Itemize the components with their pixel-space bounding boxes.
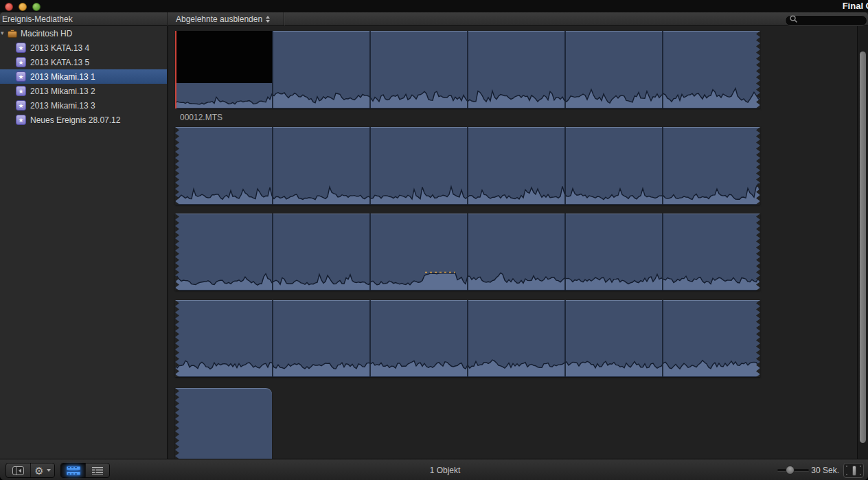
toolbar-divider: [284, 12, 284, 26]
sidebar-item-event[interactable]: ★2013 KATA.13 4: [0, 41, 167, 55]
search-field: [785, 14, 867, 25]
list-view-button[interactable]: [85, 464, 109, 477]
frame-divider: [467, 300, 468, 377]
minimize-window-icon[interactable]: [19, 3, 27, 11]
filter-dropdown-label: Abgelehnte ausblenden: [176, 14, 262, 24]
filmstrip-clip[interactable]: [175, 214, 760, 290]
clip-appearance-button[interactable]: [843, 463, 864, 478]
event-label: Neues Ereignis 28.07.12: [30, 115, 120, 125]
app-window: Final C Ereignis-Mediathek Abgelehnte au…: [0, 0, 868, 480]
gear-icon: ⚙: [34, 466, 43, 476]
filmstrip-clip[interactable]: [175, 300, 760, 377]
selection-range-marker: [175, 31, 176, 108]
zoom-window-icon[interactable]: [32, 3, 41, 11]
frame-divider: [467, 214, 468, 290]
frame-divider: [369, 31, 371, 108]
slider-knob[interactable]: [786, 466, 795, 475]
toolbar-divider: [167, 12, 168, 26]
sidebar-controls-group: ⚙: [5, 463, 55, 478]
clip-filename-label: 00012.MTS: [180, 113, 222, 122]
frame-divider: [564, 214, 566, 290]
chevron-updown-icon: [266, 16, 270, 23]
view-switch-group: [60, 463, 110, 478]
item-count-status: 1 Objekt: [430, 466, 461, 475]
event-star-icon: ★: [16, 115, 26, 125]
frame-divider: [564, 300, 566, 377]
filter-dropdown[interactable]: Abgelehnte ausblenden: [173, 12, 273, 26]
frame-divider: [564, 127, 566, 205]
browser-toolbar: Ereignis-Mediathek Abgelehnte ausblenden: [0, 12, 868, 26]
sidebar-item-event[interactable]: ★2013 Mikami.13 3: [0, 98, 167, 113]
event-library-title: Ereignis-Mediathek: [2, 14, 73, 24]
event-star-icon: ★: [16, 43, 26, 53]
frame-divider: [662, 127, 663, 205]
filmstrip-clip[interactable]: [175, 388, 272, 459]
close-window-icon[interactable]: [5, 3, 13, 11]
sidebar-item-event[interactable]: ★2013 Mikami.13 2: [0, 84, 167, 98]
audio-waveform: [175, 446, 272, 459]
event-label: 2013 Mikami.13 1: [30, 72, 95, 82]
filmstrip-clip[interactable]: [175, 127, 760, 205]
event-label: 2013 Mikami.13 3: [30, 101, 95, 111]
event-label: 2013 Mikami.13 2: [30, 87, 95, 96]
event-library-sidebar: ▾Macintosh HD★2013 KATA.13 4★2013 KATA.1…: [0, 26, 168, 459]
event-star-icon: ★: [16, 100, 26, 111]
app-title: Final C: [843, 1, 868, 11]
frame-divider: [662, 300, 663, 377]
frame-divider: [467, 31, 468, 108]
filmstrip-view-icon: [66, 466, 81, 476]
vertical-scrollbar-thumb[interactable]: [860, 52, 866, 443]
status-bar: ⚙ 1 Objekt: [0, 459, 868, 480]
clip-height-icon: [852, 466, 856, 476]
frame-divider: [662, 31, 663, 108]
event-label: 2013 KATA.13 5: [30, 58, 89, 67]
sidebar-item-event[interactable]: ★Neues Ereignis 28.07.12: [0, 113, 167, 127]
frame-divider: [369, 300, 371, 377]
title-bar: Final C: [0, 0, 868, 12]
black-video-frame: [175, 31, 273, 83]
event-star-icon: ★: [16, 71, 26, 82]
chevron-down-icon: [47, 469, 51, 472]
frame-divider: [467, 127, 468, 205]
thumbnail-duration-slider[interactable]: [777, 469, 809, 471]
sidebar-panel-icon: [12, 466, 24, 475]
sidebar-item-event[interactable]: ★2013 Mikami.13 1: [0, 69, 167, 84]
search-icon: [790, 15, 798, 23]
sidebar-item-event[interactable]: ★2013 KATA.13 5: [0, 55, 167, 69]
duration-label: 30 Sek.: [811, 466, 839, 475]
frame-divider: [369, 214, 371, 290]
event-star-icon: ★: [16, 86, 26, 96]
event-star-icon: ★: [16, 57, 26, 67]
action-menu-button[interactable]: ⚙: [30, 464, 54, 477]
filmstrip-clip[interactable]: [175, 31, 760, 108]
frame-divider: [272, 127, 273, 205]
vertical-scrollbar-track[interactable]: [857, 26, 868, 459]
filmstrip-view-button[interactable]: [61, 464, 85, 477]
sidebar-item-macintosh-hd[interactable]: ▾Macintosh HD: [0, 26, 167, 41]
frame-divider: [272, 31, 273, 108]
frame-divider: [369, 127, 371, 205]
disclosure-triangle-icon[interactable]: ▾: [1, 30, 8, 36]
filmstrip-browser: 00012.MTS: [168, 26, 857, 459]
frame-divider: [662, 214, 663, 290]
frame-divider: [564, 31, 566, 108]
list-view-icon: [91, 466, 104, 475]
frame-divider: [272, 214, 273, 290]
macintosh-hd-icon: [8, 30, 17, 38]
toggle-sidebar-button[interactable]: [6, 464, 30, 477]
event-label: 2013 KATA.13 4: [30, 43, 89, 53]
sidebar-item-label: Macintosh HD: [21, 29, 72, 38]
frame-divider: [272, 300, 273, 377]
